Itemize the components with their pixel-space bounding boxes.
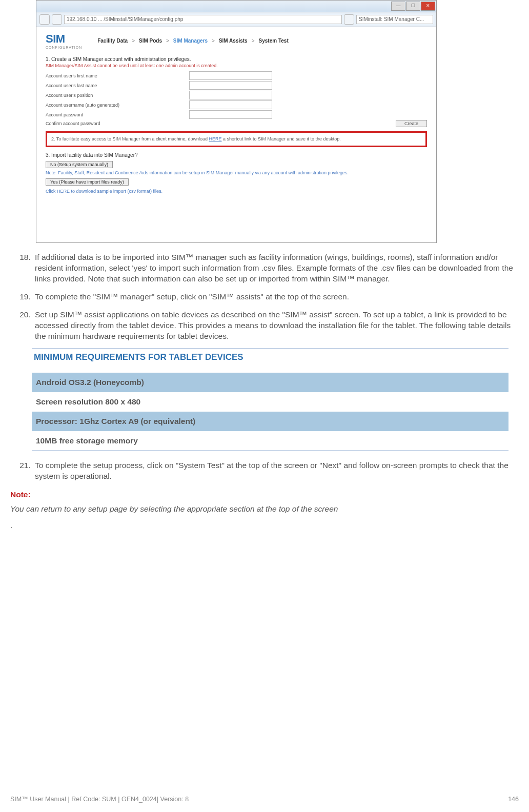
embedded-screenshot: — ☐ ✕ 192.168.0.10 ... /SIMinstall/SIMMa… (36, 0, 437, 243)
address-bar: 192.168.0.10 ... /SIMinstall/SIMManager/… (36, 12, 436, 27)
nav-breadcrumb: Facility Data> SIM Pods> SIM Managers> S… (97, 38, 289, 44)
create-button[interactable]: Create (396, 120, 427, 127)
period: . (10, 521, 519, 530)
confirm-password-label: Confirm account password (46, 121, 100, 126)
requirements-table: MINIMUM REQUIREMENTS FOR TABLET DEVICES … (32, 349, 508, 451)
list-item: To complete the "SIM™ manager" setup, cl… (33, 292, 519, 302)
yes-button[interactable]: Yes (Please have import files ready) (46, 178, 129, 186)
field-label: Account user's position (46, 93, 189, 98)
page-number: 146 (508, 796, 519, 803)
step1-title: 1. Create a SIM Manager account with adm… (46, 56, 427, 62)
forward-button[interactable] (52, 14, 62, 25)
no-button[interactable]: No (Setup system manually) (46, 161, 113, 168)
note-label: Note: (10, 490, 519, 499)
table-row: 10MB free storage memory (32, 431, 508, 451)
step1-warning: SIM Manager/SIM Assist cannot be used un… (46, 63, 427, 68)
table-row: Processor: 1Ghz Cortex A9 (or equivalent… (32, 412, 508, 431)
requirements-title: MINIMUM REQUIREMENTS FOR TABLET DEVICES (32, 349, 508, 373)
page-footer: SIM™ User Manual | Ref Code: SUM | GEN4_… (10, 796, 519, 803)
nav-sim-pods[interactable]: SIM Pods (139, 38, 162, 44)
nav-facility-data[interactable]: Facility Data (97, 38, 128, 44)
close-button[interactable]: ✕ (421, 2, 435, 11)
field-label: Account user's last name (46, 83, 189, 88)
download-sample-link[interactable]: Click HERE to download sample import (cs… (46, 189, 427, 194)
instruction-list: If additional data is to be imported int… (10, 252, 519, 341)
list-item: Set up SIM™ assist applications on table… (33, 310, 519, 342)
list-item: If additional data is to be imported int… (33, 252, 519, 285)
table-row: Screen resolution 800 x 480 (32, 392, 508, 412)
refresh-button[interactable] (344, 14, 354, 25)
maximize-button[interactable]: ☐ (406, 2, 420, 11)
note-text: You can return to any setup page by sele… (10, 504, 519, 514)
nav-sim-assists[interactable]: SIM Assists (219, 38, 248, 44)
url-field[interactable]: 192.168.0.10 ... /SIMinstall/SIMManager/… (64, 15, 342, 24)
minimize-button[interactable]: — (391, 2, 405, 11)
step3-note: Note: Facility, Staff, Resident and Cont… (46, 170, 427, 175)
table-row: Android OS3.2 (Honeycomb) (32, 373, 508, 392)
list-item: To complete the setup process, click on … (33, 460, 519, 482)
back-button[interactable] (39, 14, 50, 25)
nav-system-test[interactable]: System Test (259, 38, 289, 44)
lastname-input[interactable] (189, 81, 272, 90)
field-label: Account username (auto generated) (46, 103, 189, 108)
download-link[interactable]: HERE (209, 136, 222, 141)
window-titlebar: — ☐ ✕ (36, 1, 436, 12)
footer-left: SIM™ User Manual | Ref Code: SUM | GEN4_… (10, 796, 189, 803)
app-logo: SIM CONFIGURATION (46, 32, 82, 49)
field-label: Account user's first name (46, 73, 189, 78)
username-input[interactable] (189, 100, 272, 109)
step2-highlight: 2. To facilitate easy access to SIM Mana… (46, 131, 427, 147)
instruction-list: To complete the setup process, click on … (10, 460, 519, 482)
tab-label[interactable]: SIMinstall: SIM Manager C... (356, 15, 433, 24)
field-label: Account password (46, 112, 189, 117)
nav-sim-managers[interactable]: SIM Managers (173, 38, 208, 44)
step3-title: 3. Import facility data into SIM Manager… (46, 152, 427, 158)
firstname-input[interactable] (189, 71, 272, 80)
position-input[interactable] (189, 91, 272, 99)
password-input[interactable] (189, 110, 272, 119)
